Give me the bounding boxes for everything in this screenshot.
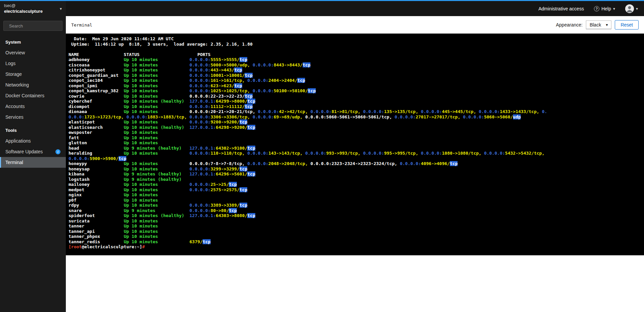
terminal-line: Uptime: 11:46:12 up 8:18, 3 users, load … [69, 42, 641, 47]
help-icon: ? [594, 6, 599, 11]
info-icon: i [55, 149, 60, 154]
chevron-down-icon: ▾ [613, 6, 615, 11]
sidebar-item-label: Applications [5, 138, 60, 144]
brand: tsec@ electricalsculpture [4, 3, 60, 14]
terminal-line: kibana Up 9 minutes (healthy) 127.0.0.1:… [69, 171, 641, 177]
chevron-down-icon: ▾ [606, 22, 608, 27]
terminal-line: elasticsearch Up 10 minutes (healthy) 12… [69, 125, 641, 130]
search-input[interactable] [8, 23, 69, 29]
terminal-line: tanner_redis Up 10 minutes 6379/tcp [69, 239, 641, 245]
header-controls: Appearance: Black ▾ Reset [556, 20, 639, 30]
sidebar-item-storage[interactable]: Storage [0, 69, 66, 80]
sidebar-item-label: Docker Containers [5, 93, 60, 98]
search-box [3, 21, 62, 31]
terminal-line: suricata Up 10 minutes [69, 218, 641, 224]
terminal-line: NAME STATUS PORTS [69, 52, 641, 57]
sidebar-item-label: Software Updates [5, 149, 55, 154]
terminal-line: glutton Up 10 minutes [69, 140, 641, 146]
terminal-line: 0.0.0.0:5900->5900/tcp [69, 156, 641, 161]
terminal-line: nginx Up 10 minutes [69, 192, 641, 198]
terminal-line: spiderfoot Up 10 minutes (healthy) 127.0… [69, 213, 641, 218]
sidebar-item-overview[interactable]: Overview [0, 47, 66, 58]
sidebar-item-software-updates[interactable]: Software Updatesi [0, 146, 66, 157]
terminal-line: mailoney Up 10 minutes 0.0.0.0:25->25/tc… [69, 182, 641, 187]
terminal-line: tanner_phpox Up 10 minutes [69, 234, 641, 239]
administrative-access-button[interactable]: Administrative access [539, 6, 584, 11]
terminal-line: [root@electricalsculpture:~]# [69, 244, 641, 250]
sidebar-item-docker-containers[interactable]: Docker Containers [0, 90, 66, 101]
terminal-line: fatt Up 10 minutes [69, 135, 641, 141]
sidebar-item-label: Overview [5, 50, 60, 55]
terminal-line: logstash Up 9 minutes (healthy) [69, 177, 641, 182]
terminal-line: Date: Mon 29 Jun 2020 11:46:12 AM UTC [69, 36, 641, 42]
terminal-line: elasticpot Up 10 minutes 0.0.0.0:9200->9… [69, 119, 641, 125]
sidebar-item-label: Terminal [5, 160, 60, 165]
terminal-line: adbhoney Up 10 minutes 0.0.0.0:5555->555… [69, 57, 641, 62]
nav-section-title: System [0, 34, 66, 47]
terminal-line: dionaea Up 10 minutes 0.0.0.0:20-21->20-… [69, 109, 641, 114]
sidebar-item-logs[interactable]: Logs [0, 58, 66, 69]
session-menu[interactable]: ▾ [625, 4, 638, 13]
sidebar-item-networking[interactable]: Networking [0, 80, 66, 90]
sidebar-item-terminal[interactable]: Terminal [0, 157, 66, 168]
terminal-line: honeypy Up 10 minutes 0.0.0.0:7-8->7-8/t… [69, 161, 641, 166]
terminal-line: heralding Up 10 minutes 0.0.0.0:110->110… [69, 151, 641, 156]
page-title: Terminal [71, 22, 92, 28]
terminal-line: citrixhoneypot Up 10 minutes 0.0.0.0:443… [69, 67, 641, 73]
content: Terminal Appearance: Black ▾ Reset Date:… [66, 16, 644, 312]
sidebar-item-label: Logs [5, 61, 60, 66]
terminal-line: ewsposter Up 10 minutes [69, 130, 641, 135]
terminal-line: dicompot Up 10 minutes 0.0.0.0:11112->11… [69, 104, 641, 109]
user-avatar-icon [625, 4, 634, 13]
terminal-line [69, 47, 641, 52]
sidebar: SystemOverviewLogsStorageNetworkingDocke… [0, 16, 66, 312]
appearance-select[interactable]: Black ▾ [586, 20, 611, 29]
terminal-line: tanner Up 10 minutes [69, 223, 641, 229]
terminal-line: medpot Up 10 minutes 0.0.0.0:2575->2575/… [69, 187, 641, 193]
terminal-line: cyberchef Up 10 minutes (healthy) 127.0.… [69, 99, 641, 104]
terminal-line: 0.0.0:1723->1723/tcp, 0.0.0.0:1883->1883… [69, 114, 641, 120]
terminal[interactable]: Date: Mon 29 Jun 2020 11:46:12 AM UTC Up… [66, 34, 644, 255]
host-switcher[interactable]: tsec@ electricalsculpture ▾ [0, 1, 66, 16]
content-header: Terminal Appearance: Black ▾ Reset [66, 16, 644, 34]
sidebar-item-applications[interactable]: Applications [0, 136, 66, 146]
terminal-line: conpot_kamstrup_382 Up 10 minutes 0.0.0.… [69, 88, 641, 94]
sidebar-item-label: Accounts [5, 104, 60, 109]
chevron-down-icon: ▾ [60, 6, 62, 11]
terminal-line: conpot_guardian_ast Up 10 minutes 0.0.0.… [69, 73, 641, 78]
nav-section-title: Tools [0, 122, 66, 136]
terminal-line: cowrie Up 10 minutes 0.0.0.0:22-23->22-2… [69, 94, 641, 99]
brand-host: electricalsculpture [4, 8, 60, 14]
sidebar-nav: SystemOverviewLogsStorageNetworkingDocke… [0, 34, 66, 168]
sidebar-item-services[interactable]: Services [0, 112, 66, 122]
help-menu[interactable]: ? Help ▾ [594, 6, 615, 11]
sidebar-item-label: Networking [5, 82, 60, 88]
terminal-line: honeysap Up 10 minutes 0.0.0.0:3299->329… [69, 166, 641, 172]
terminal-line: conpot_iec104 Up 10 minutes 0.0.0.0:161-… [69, 78, 641, 83]
terminal-line: conpot_ipmi Up 10 minutes 0.0.0.0:623->6… [69, 83, 641, 89]
masthead: tsec@ electricalsculpture ▾ Administrati… [0, 1, 644, 16]
sidebar-item-accounts[interactable]: Accounts [0, 101, 66, 112]
appearance-label: Appearance: [556, 22, 583, 28]
sidebar-item-label: Storage [5, 71, 60, 77]
terminal-output: Date: Mon 29 Jun 2020 11:46:12 AM UTC Up… [69, 36, 641, 250]
chevron-down-icon: ▾ [636, 6, 638, 11]
terminal-line: ciscoasa Up 10 minutes 0.0.0.0:5000->500… [69, 62, 641, 68]
appearance-value: Black [590, 22, 601, 28]
terminal-line: snare Up 9 minutes 0.0.0.0:80->80/tcp [69, 208, 641, 213]
terminal-line: rdpy Up 10 minutes 0.0.0.0:3389->3389/tc… [69, 203, 641, 208]
brand-user: tsec@ [4, 3, 60, 8]
terminal-line: head Up 9 minutes (healthy) 127.0.0.1:64… [69, 146, 641, 151]
help-label: Help [601, 6, 611, 11]
terminal-line: p0f Up 10 minutes [69, 198, 641, 203]
terminal-line: tanner_api Up 10 minutes [69, 229, 641, 234]
reset-button[interactable]: Reset [615, 20, 639, 30]
masthead-right: Administrative access ? Help ▾ ▾ [539, 1, 644, 16]
sidebar-item-label: Services [5, 114, 60, 120]
